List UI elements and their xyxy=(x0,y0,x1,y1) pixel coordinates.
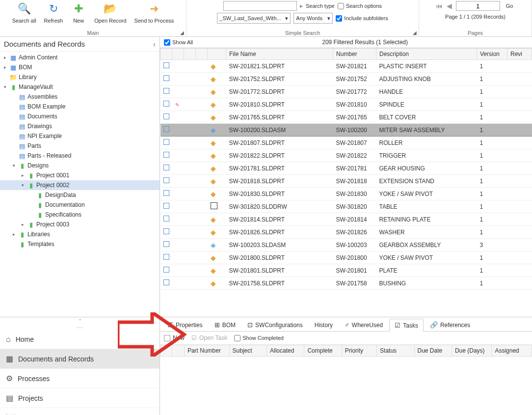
table-row[interactable]: ◆SW-201807.SLDPRTSW-201807ROLLER1 xyxy=(160,137,532,149)
show-all-checkbox[interactable]: Show All xyxy=(164,39,193,46)
task-column-header[interactable]: Part Number xyxy=(184,345,229,357)
table-row[interactable]: ◆SW-201758.SLDPRTSW-201758BUSHING1 xyxy=(160,277,532,290)
row-checkbox[interactable] xyxy=(163,165,169,170)
tree-toggle-icon[interactable]: ▾ xyxy=(20,183,26,188)
row-checkbox[interactable] xyxy=(163,254,169,260)
saved-search-dropdown[interactable]: _SW_Last_Saved_With...▾ xyxy=(217,13,291,24)
table-row[interactable]: ◆SW-201821.SLDPRTSW-201821PLASTIC INSERT… xyxy=(160,60,532,73)
tree-node[interactable]: ▤NPI Example xyxy=(0,131,160,141)
search-input[interactable] xyxy=(223,1,297,11)
page-number-input[interactable] xyxy=(456,1,500,11)
tree-node[interactable]: ▸▮Project 0003 xyxy=(0,220,160,229)
new-button[interactable]: ✚New xyxy=(67,0,90,25)
words-dropdown[interactable]: Any Words▾ xyxy=(293,13,333,24)
tree-node[interactable]: ▸▮Project 0001 xyxy=(0,170,160,180)
tree-toggle-icon[interactable]: ▸ xyxy=(11,232,17,237)
row-checkbox[interactable] xyxy=(163,152,169,158)
tree-toggle-icon[interactable]: ▸ xyxy=(20,222,26,227)
grid-column-header[interactable] xyxy=(196,49,208,60)
sidenav-item[interactable]: ▤Projects xyxy=(0,388,160,408)
collapse-panel-icon[interactable]: ‹ xyxy=(153,40,156,48)
tab-history[interactable]: History xyxy=(309,318,338,331)
grid-column-header[interactable]: File Name xyxy=(226,49,333,60)
grid-column-header[interactable]: Description xyxy=(376,49,477,60)
open-record-button[interactable]: 📂Open Record xyxy=(90,0,130,25)
table-row[interactable]: ◈SW-100200.SLDASMSW-100200MITER SAW ASSE… xyxy=(160,124,532,137)
row-checkbox[interactable] xyxy=(163,216,169,221)
row-checkbox[interactable] xyxy=(163,241,169,247)
task-column-header[interactable]: Due Date xyxy=(414,345,452,357)
tree-node[interactable]: ▸▮Libraries xyxy=(0,229,160,239)
table-row[interactable]: ◆SW-201800.SLDPRTSW-201800YOKE / SAW PIV… xyxy=(160,251,532,264)
row-checkbox[interactable] xyxy=(163,62,169,68)
tab-whereused[interactable]: ♂WhereUsed xyxy=(339,318,388,331)
tree-node[interactable]: ▾▮Designs xyxy=(0,161,160,170)
tree-node[interactable]: ▸▦BOM xyxy=(0,62,160,72)
row-checkbox[interactable] xyxy=(163,126,169,132)
row-checkbox[interactable] xyxy=(163,203,169,209)
tab-references[interactable]: 🔗References xyxy=(425,318,476,331)
table-row[interactable]: ◆SW-201752.SLDPRTSW-201752ADJUSTING KNOB… xyxy=(160,73,532,85)
table-row[interactable]: ◆SW-201772.SLDPRTSW-201772HANDLE1 xyxy=(160,85,532,98)
tree-toggle-icon[interactable]: ▸ xyxy=(2,65,8,70)
tree-node[interactable]: ▤BOM Example xyxy=(0,102,160,111)
tree-node[interactable]: ▮Documentation xyxy=(0,200,160,210)
sidenav-collapse-icon[interactable]: ⌃..... xyxy=(0,317,160,330)
task-column-header[interactable] xyxy=(172,345,184,357)
go-button[interactable]: Go xyxy=(504,2,515,10)
tree-node[interactable]: ▤Assemblies xyxy=(0,92,160,102)
row-checkbox[interactable] xyxy=(163,139,169,145)
tree-node[interactable]: ▾▮ManageVault xyxy=(0,82,160,92)
row-checkbox[interactable] xyxy=(163,190,169,196)
table-row[interactable]: SW-301820.SLDDRWSW-301820TABLE1 xyxy=(160,200,532,213)
table-row[interactable]: ◆SW-201781.SLDPRTSW-201781GEAR HOUSING1 xyxy=(160,162,532,175)
task-column-header[interactable]: Allocated xyxy=(266,345,304,357)
row-checkbox[interactable] xyxy=(163,113,169,119)
grid-column-header[interactable] xyxy=(172,49,184,60)
search-options-checkbox[interactable]: Search options xyxy=(338,3,382,9)
row-checkbox[interactable] xyxy=(163,267,169,273)
table-row[interactable]: ◆SW-201814.SLDPRTSW-201814RETAINING PLAT… xyxy=(160,213,532,226)
table-row[interactable]: ◆SW-201826.SLDPRTSW-201826WASHER1 xyxy=(160,226,532,239)
dialog-launcher-icon[interactable]: ◢ xyxy=(413,30,417,35)
grid-column-header[interactable]: Number xyxy=(333,49,376,60)
sidenav-item[interactable]: ⌂Home xyxy=(0,330,160,349)
tab-swconfigurations[interactable]: ⊡SWConfigurations xyxy=(242,318,308,331)
row-checkbox[interactable] xyxy=(163,177,169,183)
grid-column-header[interactable]: Version xyxy=(477,49,507,60)
tree-node[interactable]: ▤Parts - Released xyxy=(0,151,160,161)
table-row[interactable]: ◆SW-201830.SLDPRTSW-201830YOKE / SAW PIV… xyxy=(160,188,532,200)
tree-node[interactable]: ▮Templates xyxy=(0,239,160,249)
send-to-process-button[interactable]: ➜Send to Process xyxy=(131,0,178,25)
tree-node[interactable]: ▤Documents xyxy=(0,111,160,121)
tree-node[interactable]: ▸▦Admin Content xyxy=(0,53,160,62)
tree-toggle-icon[interactable]: ▸ xyxy=(2,55,8,60)
refresh-button[interactable]: ↻Refresh xyxy=(40,0,67,25)
tree-node[interactable]: ▮Specifications xyxy=(0,210,160,220)
tab-tasks[interactable]: ☑Tasks xyxy=(389,319,424,332)
table-row[interactable]: ◆SW-201801.SLDPRTSW-201801PLATE1 xyxy=(160,264,532,277)
table-row[interactable]: ◈SW-100203.SLDASMSW-100203GEARBOX ASSEMB… xyxy=(160,239,532,251)
first-page-icon[interactable]: ⏮ xyxy=(436,2,443,10)
table-row[interactable]: ◆SW-201765.SLDPRTSW-201765BELT COVER1 xyxy=(160,111,532,124)
tab-bom[interactable]: ⊞BOM xyxy=(209,318,241,331)
sidenav-item[interactable]: ▦Documents and Records xyxy=(0,349,160,369)
task-column-header[interactable]: Subject xyxy=(229,345,266,357)
tree-toggle-icon[interactable]: ▾ xyxy=(11,163,17,168)
tab-properties[interactable]: ☰Properties xyxy=(162,318,208,331)
open-task-button[interactable]: ☑Open Task xyxy=(191,334,227,341)
tree-node[interactable]: ▮DesignData xyxy=(0,190,160,200)
grid-column-header[interactable] xyxy=(184,49,196,60)
task-column-header[interactable]: Status xyxy=(377,345,414,357)
table-row[interactable]: ◆SW-201818.SLDPRTSW-201818EXTENSION STAN… xyxy=(160,175,532,188)
task-column-header[interactable]: Complete xyxy=(304,345,342,357)
grid-column-header[interactable] xyxy=(208,49,226,60)
row-checkbox[interactable] xyxy=(163,279,169,285)
tree-node[interactable]: 📁Library xyxy=(0,72,160,82)
task-column-header[interactable]: Priority xyxy=(342,345,376,357)
row-checkbox[interactable] xyxy=(163,75,169,81)
search-all-button[interactable]: 🔍Search all xyxy=(8,0,40,25)
include-subfolders-checkbox[interactable]: Include subfolders xyxy=(336,15,388,22)
task-column-header[interactable] xyxy=(160,345,172,357)
dialog-launcher-icon[interactable]: ◢ xyxy=(180,30,184,35)
